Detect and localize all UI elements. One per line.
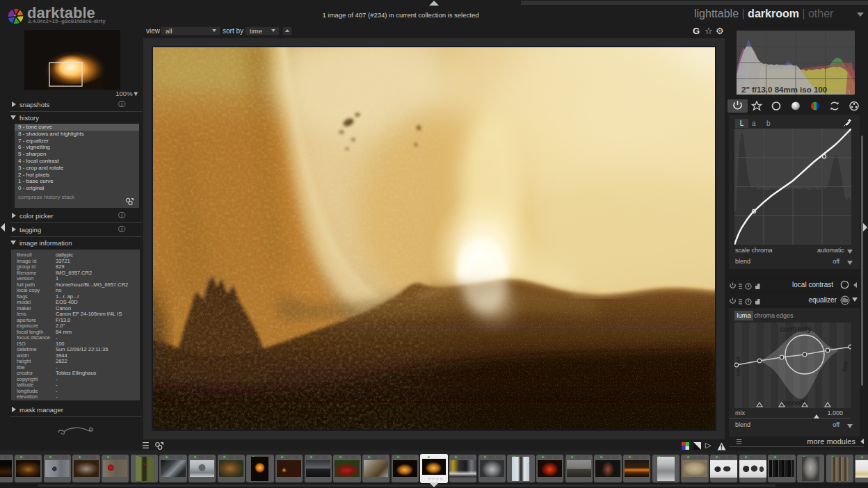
svg-text:fine: fine bbox=[842, 361, 849, 372]
svg-text:2" f/13.0 84mm iso 100: 2" f/13.0 84mm iso 100 bbox=[741, 86, 827, 94]
svg-text:contrasty: contrasty bbox=[780, 325, 811, 333]
